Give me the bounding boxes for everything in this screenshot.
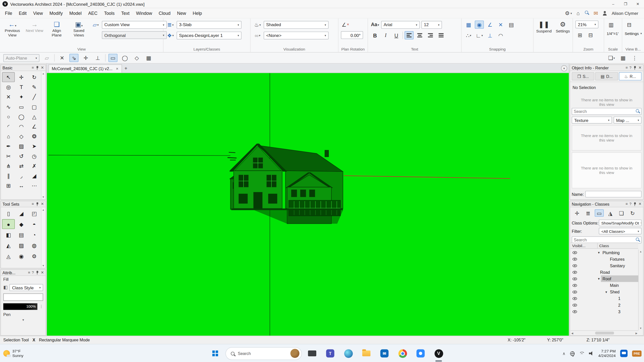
menu-file[interactable]: File — [2, 8, 16, 18]
visibility-eye-icon[interactable] — [571, 290, 579, 293]
scroll-down-icon[interactable]: ▼ — [42, 264, 45, 267]
weather-widget[interactable]: 37°FSunny — [3, 344, 23, 362]
object-snap-icon[interactable]: ◉ — [475, 21, 484, 29]
plumb-icon[interactable]: ⊥ — [93, 54, 102, 62]
quarter-arc-tool[interactable]: ◠ — [15, 121, 28, 131]
view-bar-panel-icon[interactable]: ⊟ — [625, 21, 634, 29]
slab-tool[interactable]: ▨ — [15, 241, 28, 250]
projection-select[interactable]: Orthogonal▾ — [102, 31, 167, 39]
pin-icon[interactable] — [633, 65, 637, 70]
rectangle-tool[interactable]: ▭ — [15, 102, 28, 112]
class-row[interactable]: Road — [571, 269, 638, 275]
texture-select[interactable]: Texture▾ — [572, 117, 612, 124]
menu-tools[interactable]: Tools — [101, 8, 118, 18]
extrude-tool[interactable]: ◧ — [2, 230, 15, 240]
rotated-rectangle-tool[interactable]: ◇ — [15, 131, 28, 141]
move-mode-icon[interactable]: ✛ — [573, 209, 582, 217]
polygon-tool[interactable]: ⌂ — [2, 131, 15, 141]
resize-tool[interactable]: ↔ — [15, 180, 28, 190]
classes-icon[interactable]: ❖▾ — [166, 31, 175, 39]
eyedropper-tool[interactable]: ✒ — [2, 141, 15, 151]
edge-app-button[interactable] — [340, 344, 356, 362]
document-tab[interactable]: McConnell_240306_CJC (1) v2... ✕ — [49, 64, 122, 73]
visibility-eye-icon[interactable] — [571, 303, 579, 306]
previous-view-button[interactable]: ←▾ Previous View — [3, 21, 22, 46]
references-mode-icon[interactable]: ↻ — [628, 209, 637, 217]
visibility-eye-icon[interactable] — [571, 297, 579, 300]
delete-tool[interactable]: ✕ — [2, 92, 15, 102]
search-highlight-image[interactable] — [290, 349, 299, 358]
teams-app-button[interactable]: T — [323, 344, 338, 362]
tab-data[interactable]: ▤D... — [595, 72, 618, 80]
class-row[interactable]: Fixtures — [571, 256, 638, 262]
palette-menu-icon[interactable]: ≡ — [32, 66, 34, 70]
hemisphere-tool[interactable]: ◓ — [28, 219, 41, 229]
text-style-icon[interactable]: Aa▾ — [371, 21, 380, 29]
circle-tool[interactable]: ○ — [2, 112, 15, 121]
palette-scrollbar[interactable]: ▲▼ — [41, 208, 45, 267]
class-column-header[interactable]: Class — [598, 243, 638, 248]
render-style-select[interactable]: <None>▾ — [264, 31, 329, 39]
vectorworks-app-button[interactable]: V — [431, 344, 447, 362]
tray-expand-icon[interactable]: ∧ — [562, 351, 566, 356]
taskbar-search[interactable]: Search — [225, 347, 302, 360]
palette-menu-icon[interactable]: ≡ — [28, 270, 30, 275]
scroll-left-icon[interactable]: ◀ — [571, 331, 573, 334]
align-left-button[interactable] — [405, 31, 414, 39]
scroll-down-icon[interactable]: ▼ — [42, 196, 45, 198]
expander-icon[interactable]: ▼ — [597, 251, 601, 254]
saved-tool-sets-icon[interactable]: ❏▾ — [607, 54, 616, 62]
zoom-app-button[interactable] — [413, 344, 428, 362]
visibility-eye-icon[interactable] — [571, 251, 579, 254]
arc-tool[interactable]: ◜ — [2, 121, 15, 131]
clip-tool[interactable]: ✂ — [2, 151, 15, 161]
rotate-timed-tool[interactable]: ◷ — [28, 151, 41, 161]
bold-button[interactable]: B — [371, 31, 380, 39]
stake-tool[interactable]: ▯ — [2, 208, 15, 218]
user-avatar-icon[interactable] — [602, 11, 607, 15]
tab-close-icon[interactable]: ✕ — [116, 67, 118, 71]
vertical-scrollbar[interactable]: ▲▼ — [638, 250, 643, 331]
snap-grid-settings-icon[interactable]: ▤ — [507, 21, 516, 29]
classes-mode-icon[interactable]: ▭ — [595, 209, 604, 217]
align-center-button[interactable] — [415, 31, 424, 39]
connect-combine-tool[interactable]: ⊞ — [2, 180, 15, 190]
wifi-icon[interactable] — [579, 351, 584, 355]
class-row[interactable]: ▼Plumbing — [571, 249, 638, 256]
class-options-select[interactable]: Show/Snap/Modify Ot▾ — [599, 219, 641, 226]
oval-marquee-mode-button[interactable]: ◯ — [120, 54, 129, 62]
mirror-tool[interactable]: ⇄ — [15, 161, 28, 171]
volume-icon[interactable] — [589, 351, 594, 356]
pin-icon[interactable] — [633, 202, 637, 206]
render-mode-select[interactable]: Shaded▾ — [264, 21, 329, 28]
grid-snap-icon[interactable]: ▦ — [464, 21, 473, 29]
design-layers-icon[interactable]: ≣▾ — [166, 21, 175, 29]
scale-value[interactable]: 1/4"=1' — [607, 31, 619, 36]
trim-tool[interactable]: ✗ — [28, 161, 41, 171]
scroll-up-icon[interactable]: ▲ — [42, 208, 45, 211]
close-icon[interactable]: ✕ — [638, 202, 641, 206]
smart-edge-icon[interactable]: ⊥ — [486, 31, 495, 39]
zoom-tool[interactable]: ◎ — [2, 82, 15, 92]
visibility-eye-icon[interactable] — [571, 271, 579, 274]
chamfer-tool[interactable]: ◢ — [28, 171, 41, 180]
menu-text[interactable]: Text — [118, 8, 133, 18]
hatch-tool[interactable]: ▨ — [15, 141, 28, 151]
class-row[interactable]: 1 — [571, 295, 638, 302]
active-layer-select[interactable]: 3-Slab▾ — [177, 21, 242, 28]
menu-help[interactable]: Help — [189, 8, 205, 18]
scroll-up-icon[interactable]: ▲ — [639, 250, 642, 253]
sphere-tool[interactable]: ◆ — [15, 219, 28, 229]
marquee-zoom-out-icon[interactable]: ⊟ — [586, 31, 595, 39]
chrome-app-button[interactable] — [395, 344, 410, 362]
workspace-grid-icon[interactable]: ▦ — [619, 54, 628, 62]
maximize-button[interactable]: ❐ — [619, 0, 632, 8]
home-icon[interactable]: ⌂ — [576, 10, 580, 16]
scroll-up-icon[interactable]: ▲ — [42, 72, 45, 75]
name-input[interactable] — [585, 191, 641, 197]
pre-badge[interactable]: PRE — [632, 350, 642, 356]
regular-polygon-tool[interactable]: △ — [28, 112, 41, 121]
pin-icon[interactable] — [35, 65, 39, 70]
roof-face-tool[interactable]: ◭ — [2, 241, 15, 250]
clock-widget[interactable]: 7:27 PM 4/24/2024 — [598, 349, 616, 358]
